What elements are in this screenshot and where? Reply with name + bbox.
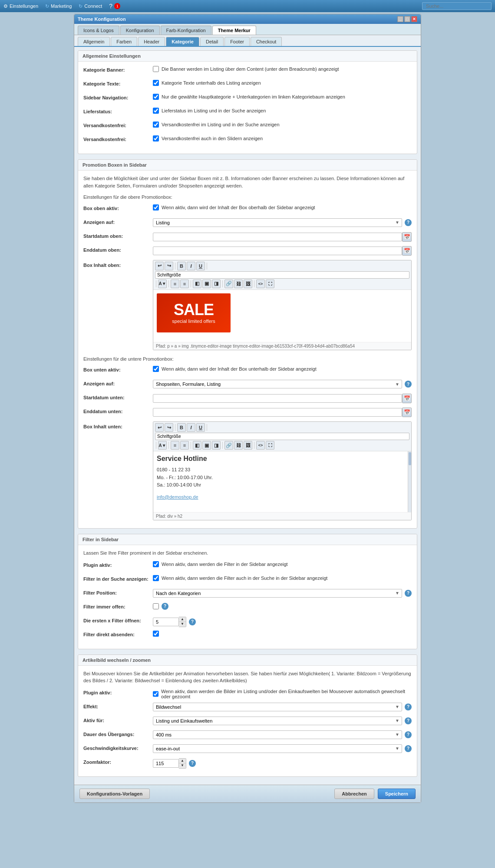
rte-unten-redo[interactable]: ↪: [165, 423, 173, 432]
help-icon-filter-position[interactable]: ?: [405, 590, 412, 597]
calendar-btn-enddatum-unten[interactable]: 📅: [402, 408, 412, 417]
tab-icons-logos[interactable]: Icons & Logos: [78, 26, 119, 35]
rte-unten-underline[interactable]: U: [196, 423, 205, 432]
rte-align-right[interactable]: ◨: [212, 279, 221, 288]
rte-list-ol[interactable]: ≡: [180, 279, 189, 288]
rte-image[interactable]: 🖼: [244, 279, 252, 288]
rte-unten-source[interactable]: <>: [256, 441, 265, 450]
input-zoomfaktor[interactable]: [153, 759, 179, 768]
hotline-email[interactable]: info@demoshop.de: [157, 494, 198, 500]
tab-detail[interactable]: Detail: [200, 37, 224, 46]
select-anzeigen-unten[interactable]: Listing Shopseiten, Formulare, Listing A…: [153, 380, 402, 388]
input-enddatum-unten[interactable]: [153, 408, 402, 417]
select-anzeigen-oben[interactable]: Listing Shopseiten, Formulare, Listing A…: [153, 218, 402, 227]
input-enddatum-oben[interactable]: [153, 247, 402, 255]
tab-footer[interactable]: Footer: [224, 37, 250, 46]
checkbox-versandkostenfrei1[interactable]: [153, 122, 159, 128]
rte-unten-fontcolor[interactable]: A▼: [158, 441, 167, 450]
rte-unten-list-ol[interactable]: ≡: [180, 441, 189, 450]
rte-unten-bold[interactable]: B: [177, 423, 186, 432]
help-icon-anzeigen-unten[interactable]: ?: [405, 381, 412, 388]
help-icon-zoomfaktor[interactable]: ?: [189, 760, 196, 767]
tab-theme-merkur[interactable]: Theme Merkur: [212, 26, 256, 35]
help-icon-dauer[interactable]: ?: [405, 731, 412, 738]
rte-unten-undo[interactable]: ↩: [155, 423, 164, 432]
checkbox-box-oben-aktiv[interactable]: [153, 204, 159, 210]
checkbox-box-unten-aktiv[interactable]: [153, 366, 159, 372]
rte-link[interactable]: 🔗: [224, 279, 233, 288]
checkbox-kategorie-texte[interactable]: [153, 80, 159, 86]
rte-bold[interactable]: B: [177, 262, 186, 270]
rte-unten-align-center[interactable]: ▣: [202, 441, 211, 450]
tab-farb-konfiguration[interactable]: Farb-Konfiguration: [161, 26, 211, 35]
rte-unten-fontsize[interactable]: Schriftgröße: [155, 433, 409, 440]
rte-content-oben[interactable]: SALE special limited offers: [153, 290, 411, 342]
nav-marketing[interactable]: ↻ Marketing: [45, 3, 72, 9]
rte-unten-align-right[interactable]: ◨: [212, 441, 221, 450]
checkbox-kategorie-banner[interactable]: [153, 66, 159, 72]
checkbox-artikelbild-plugin-aktiv[interactable]: [153, 691, 158, 697]
nav-connect[interactable]: ↻ Connect: [79, 3, 102, 9]
tab-checkout[interactable]: Checkout: [251, 37, 282, 46]
rte-unlink[interactable]: ⛓: [234, 279, 243, 288]
rte-fontcolor[interactable]: A▼: [158, 279, 167, 288]
help-icon[interactable]: ?: [109, 3, 112, 10]
num-arrow-down-zoomfaktor[interactable]: ▼: [179, 763, 186, 768]
calendar-btn-startdatum-oben[interactable]: 📅: [402, 232, 412, 242]
close-button[interactable]: ✕: [411, 16, 417, 22]
checkbox-versandkostenfrei2[interactable]: [153, 135, 159, 141]
rte-unten-list-ul[interactable]: ≡: [171, 441, 179, 450]
select-effekt[interactable]: Bildwechsel Bildzoom: [153, 703, 402, 711]
rte-unten-fullscreen[interactable]: ⛶: [266, 441, 274, 450]
select-filter-position[interactable]: Nach den Kategorien Vor den Kategorien: [153, 589, 402, 598]
tab-farben[interactable]: Farben: [111, 37, 137, 46]
input-startdatum-oben[interactable]: [153, 233, 402, 241]
tab-allgemein[interactable]: Allgemein: [78, 37, 110, 46]
help-icon-aktiv-fuer[interactable]: ?: [405, 717, 412, 724]
input-startdatum-unten[interactable]: [153, 394, 402, 403]
speichern-button[interactable]: Speichern: [378, 789, 416, 799]
tab-header[interactable]: Header: [138, 37, 165, 46]
rte-fontsize[interactable]: Schriftgröße: [155, 271, 409, 279]
rte-unten-image[interactable]: 🖼: [244, 441, 252, 450]
rte-undo[interactable]: ↩: [155, 262, 164, 270]
rte-italic[interactable]: I: [187, 262, 195, 270]
rte-content-unten[interactable]: Service Hotline 0180 - 11 22 33 Mo. - Fr…: [153, 451, 411, 512]
rte-source[interactable]: <>: [256, 279, 265, 288]
search-input[interactable]: [422, 2, 492, 10]
checkbox-sidebar-nav[interactable]: [153, 94, 159, 100]
konfiguration-vorlagen-button[interactable]: Konfigurations-Vorlagen: [79, 789, 150, 799]
rte-align-center[interactable]: ▣: [202, 279, 211, 288]
num-arrow-up-zoomfaktor[interactable]: ▲: [179, 759, 186, 763]
rte-unten-link[interactable]: 🔗: [224, 441, 233, 450]
num-arrow-down-filter-x[interactable]: ▼: [179, 622, 186, 627]
checkbox-filter-suche[interactable]: [153, 575, 159, 581]
tab-konfiguration[interactable]: Konfiguration: [120, 26, 160, 35]
abbrechen-button[interactable]: Abbrechen: [334, 789, 374, 799]
input-filter-x[interactable]: [153, 618, 179, 626]
help-icon-filter-immer[interactable]: ?: [162, 603, 168, 610]
select-dauer[interactable]: 200 ms 400 ms 600 ms 800 ms: [153, 730, 402, 739]
rte-unten-italic[interactable]: I: [187, 423, 195, 432]
notification-badge[interactable]: 1: [114, 3, 120, 9]
minimize-button[interactable]: _: [397, 16, 403, 22]
nav-einstellungen[interactable]: ⚙ Einstellungen: [3, 3, 38, 9]
checkbox-filter-plugin-aktiv[interactable]: [153, 561, 159, 567]
select-geschwindigkeit[interactable]: ease-in-out ease-in ease-out linear: [153, 744, 402, 753]
rte-align-left[interactable]: ◧: [193, 279, 201, 288]
checkbox-filter-direkt[interactable]: [153, 631, 159, 637]
checkbox-filter-immer[interactable]: [153, 603, 159, 609]
rte-list-ul[interactable]: ≡: [171, 279, 179, 288]
rte-fullscreen[interactable]: ⛶: [266, 279, 274, 288]
calendar-btn-enddatum-oben[interactable]: 📅: [402, 246, 412, 256]
tab-kategorie[interactable]: Kategorie: [166, 37, 199, 46]
calendar-btn-startdatum-unten[interactable]: 📅: [402, 394, 412, 403]
num-arrow-up-filter-x[interactable]: ▲: [179, 617, 186, 622]
help-icon-effekt[interactable]: ?: [405, 704, 412, 710]
select-aktiv-fuer[interactable]: Listing und Einkaufswelten Nur Listing N…: [153, 717, 402, 725]
restore-button[interactable]: □: [404, 16, 410, 22]
help-icon-filter-x[interactable]: ?: [189, 618, 196, 625]
rte-unten-unlink[interactable]: ⛓: [234, 441, 243, 450]
help-icon-anzeigen-oben[interactable]: ?: [405, 219, 412, 226]
rte-redo[interactable]: ↪: [165, 262, 173, 270]
